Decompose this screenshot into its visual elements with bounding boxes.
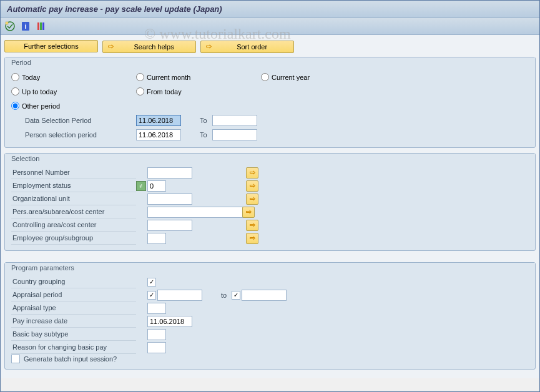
radio-other-period[interactable] (11, 102, 19, 110)
checkbox-country-grouping[interactable]: ✓ (147, 278, 156, 287)
further-selections-label: Further selections (10, 42, 92, 50)
arrow-right-icon: ⇨ (206, 42, 212, 51)
input-appraisal-to[interactable] (242, 290, 287, 301)
checkbox-appraisal-to[interactable]: ✓ (232, 291, 240, 300)
label-controlling-area: Controlling area/cost center (11, 219, 136, 232)
sort-order-button[interactable]: ⇨ Sort order (200, 41, 294, 53)
label-personnel-number: Personnel Number (11, 167, 136, 179)
input-employment-status[interactable] (147, 180, 166, 192)
checkbox-generate-batch[interactable] (11, 355, 20, 363)
input-reason[interactable] (147, 342, 166, 353)
info-icon[interactable]: i (20, 21, 31, 32)
program-parameters-group: Program parameters Country grouping ✓ Ap… (4, 262, 536, 370)
input-pers-area[interactable] (147, 207, 247, 218)
svg-rect-4 (37, 22, 39, 30)
sort-order-label: Sort order (215, 43, 288, 51)
input-data-selection-from[interactable] (136, 115, 181, 126)
radio-current-year[interactable] (261, 73, 269, 81)
label-reason: Reason for changing basic pay (11, 341, 136, 354)
input-person-selection-from[interactable] (136, 129, 181, 140)
label-to: To (200, 117, 207, 124)
multi-select-button[interactable]: ⇨ (246, 220, 258, 231)
input-controlling-area[interactable] (147, 220, 192, 231)
input-personnel-number[interactable] (147, 167, 192, 179)
multi-select-button[interactable]: ⇨ (242, 207, 255, 218)
label-appraisal-type: Appraisal type (11, 302, 136, 315)
radio-up-to-today[interactable] (11, 87, 19, 96)
label-current-year: Current year (272, 74, 310, 81)
label-pers-area: Pers.area/subarea/cost center (11, 206, 136, 218)
label-basic-subtype: Basic bay subtype (11, 328, 136, 341)
svg-rect-5 (40, 22, 42, 30)
selection-legend: Selection (5, 154, 535, 164)
label-up-to-today: Up to today (22, 88, 57, 96)
selection-group: Selection Personnel Number ⇨ Employment … (4, 153, 536, 251)
svg-rect-6 (42, 22, 44, 30)
input-pay-increase-date[interactable] (147, 316, 192, 327)
program-parameters-legend: Program parameters (5, 263, 535, 273)
input-employee-group[interactable] (147, 233, 166, 244)
label-to-lower: to (221, 292, 227, 299)
input-appraisal-type[interactable] (147, 303, 166, 314)
checkbox-appraisal-from[interactable]: ✓ (147, 291, 156, 300)
input-basic-subtype[interactable] (147, 329, 166, 340)
svg-text:i: i (25, 22, 27, 30)
multi-select-button[interactable]: ⇨ (246, 233, 258, 244)
radio-current-month[interactable] (136, 73, 144, 81)
label-country-grouping: Country grouping (11, 276, 136, 288)
search-helps-button[interactable]: ⇨ Search helps (102, 41, 196, 53)
input-person-selection-to[interactable] (212, 129, 257, 140)
radio-today[interactable] (11, 73, 19, 81)
variant-icon[interactable] (36, 21, 47, 32)
label-pay-increase-date: Pay increase date (11, 315, 136, 328)
label-to: To (200, 131, 207, 139)
label-organizational-unit: Organizational unit (11, 193, 136, 205)
multi-select-button[interactable]: ⇨ (246, 180, 258, 192)
period-legend: Period (5, 57, 535, 67)
input-appraisal-from[interactable] (157, 290, 202, 301)
not-equal-icon[interactable]: ≠ (136, 181, 146, 191)
multi-select-button[interactable]: ⇨ (246, 194, 258, 205)
search-helps-label: Search helps (117, 43, 190, 51)
label-current-month: Current month (147, 74, 190, 81)
label-today: Today (22, 74, 40, 81)
page-title: Automatic pay increase - pay scale level… (7, 4, 222, 14)
label-appraisal-period: Appraisal period (11, 289, 136, 301)
label-person-selection-period: Person selection period (24, 131, 97, 139)
period-group: Period Today Current month Current year … (4, 57, 536, 148)
svg-rect-1 (6, 22, 8, 24)
label-data-selection-period: Data Selection Period (24, 117, 91, 124)
label-other-period: Other period (22, 102, 60, 110)
execute-icon[interactable] (4, 21, 16, 32)
arrow-right-icon: ⇨ (108, 42, 114, 51)
further-selections-button[interactable]: Further selections (4, 40, 98, 52)
label-from-today: From today (147, 88, 182, 96)
label-generate-batch: Generate batch input session? (22, 355, 117, 363)
radio-from-today[interactable] (136, 87, 144, 96)
multi-select-button[interactable]: ⇨ (246, 167, 258, 179)
input-organizational-unit[interactable] (147, 194, 192, 205)
label-employment-status: Employment status (11, 180, 136, 192)
input-data-selection-to[interactable] (212, 115, 257, 126)
label-employee-group: Employee group/subgroup (11, 232, 136, 245)
